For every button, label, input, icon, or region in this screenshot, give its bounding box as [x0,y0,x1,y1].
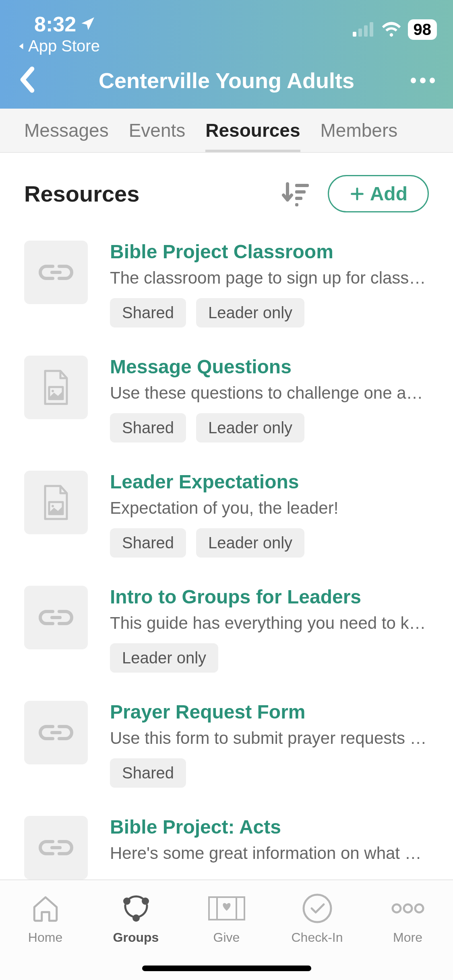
svg-point-16 [132,914,140,922]
resource-item[interactable]: Message QuestionsUse these questions to … [24,342,429,457]
resource-tag: Leader only [196,298,304,327]
tag-row: Leader only [110,643,429,673]
nav-home[interactable]: Home [0,892,91,945]
tag-row: SharedLeader only [110,413,429,443]
svg-point-21 [393,904,401,912]
tab-messages[interactable]: Messages [24,109,109,152]
status-bar: 8:32 App Store 98 [0,0,453,52]
resource-body: Bible Project ClassroomThe classroom pag… [110,241,429,327]
nav-checkin[interactable]: Check-In [272,892,362,945]
more-icon [391,892,425,924]
tab-events[interactable]: Events [129,109,186,152]
home-icon [31,892,60,924]
resource-body: Message QuestionsUse these questions to … [110,356,429,443]
svg-rect-1 [358,29,362,37]
resource-description: Use these questions to challenge one ano… [110,383,429,403]
svg-rect-3 [370,22,373,37]
svg-rect-18 [209,897,217,920]
tag-row: Shared [110,758,429,788]
nav-more[interactable]: More [362,892,453,945]
groups-icon [118,892,154,924]
link-icon [24,701,88,764]
cell-signal-icon [353,21,375,38]
back-to-app-store[interactable]: App Store [16,37,100,55]
resource-tag: Leader only [196,413,304,443]
resource-body: Intro to Groups for LeadersThis guide ha… [110,586,429,673]
nav-give[interactable]: Give [181,892,272,945]
svg-point-13 [52,505,54,507]
resource-item[interactable]: Intro to Groups for LeadersThis guide ha… [24,572,429,687]
nav-label: More [393,930,422,945]
nav-groups[interactable]: Groups [91,892,181,945]
svg-rect-2 [364,25,368,37]
resource-title: Bible Project: Acts [110,816,429,838]
svg-point-23 [415,904,423,912]
resource-item[interactable]: Prayer Request FormUse this form to subm… [24,687,429,802]
tab-members[interactable]: Members [321,109,398,152]
resources-section-header: Resources Add [0,153,453,226]
section-title: Resources [24,181,139,207]
resource-body: Prayer Request FormUse this form to subm… [110,701,429,788]
chevron-left-icon [18,66,37,94]
status-time: 8:32 [34,12,76,36]
file-image-icon [24,356,88,419]
resource-tag: Shared [110,298,186,327]
link-icon [24,586,88,649]
checkin-icon [301,892,333,924]
resource-item[interactable]: Bible Project ClassroomThe classroom pag… [24,226,429,342]
resource-tag: Shared [110,758,186,788]
more-options-button[interactable] [411,78,435,83]
svg-rect-5 [295,190,306,194]
sort-icon [281,181,310,206]
back-app-label: App Store [28,37,100,55]
add-button-label: Add [370,183,407,205]
triangle-left-icon [16,40,28,52]
resource-description: Expectation of you, the leader! [110,498,429,518]
wifi-icon [381,21,402,38]
add-resource-button[interactable]: Add [328,175,429,212]
resource-tag: Leader only [110,643,218,673]
resource-body: Bible Project: ActsHere's some great inf… [110,816,429,879]
file-image-icon [24,471,88,534]
header-bar: Centerville Young Adults [0,52,453,109]
battery-level: 98 [408,19,437,40]
give-icon [207,892,246,924]
resource-description: The classroom page to sign up for classe… [110,268,429,288]
resource-title: Leader Expectations [110,471,429,493]
resource-title: Bible Project Classroom [110,241,429,263]
link-icon [24,241,88,304]
resource-body: Leader ExpectationsExpectation of you, t… [110,471,429,558]
resource-tag: Leader only [196,528,304,558]
svg-rect-0 [353,32,356,37]
resource-tag: Shared [110,413,186,443]
tag-row: SharedLeader only [110,298,429,327]
svg-point-22 [404,904,412,912]
resource-item[interactable]: Leader ExpectationsExpectation of you, t… [24,457,429,572]
resource-title: Intro to Groups for Leaders [110,586,429,608]
resource-list: Bible Project ClassroomThe classroom pag… [0,226,453,894]
svg-rect-6 [295,197,302,200]
resource-description: This guide has everything you need to kn… [110,614,429,633]
tab-resources[interactable]: Resources [205,109,300,152]
bottom-nav: Home Groups Give Check-In More [0,879,453,980]
svg-rect-4 [295,184,309,187]
tag-row: SharedLeader only [110,528,429,558]
svg-point-20 [304,895,331,922]
resource-title: Message Questions [110,356,429,378]
resource-description: Here's some great information on what we… [110,844,429,863]
link-icon [24,816,88,879]
nav-label: Check-In [291,930,343,945]
back-button[interactable] [18,66,42,95]
home-indicator[interactable] [142,966,311,971]
header-title: Centerville Young Adults [42,68,411,93]
location-arrow-icon [80,12,96,36]
svg-rect-19 [236,897,244,920]
sort-button[interactable] [281,181,310,206]
nav-label: Home [28,930,62,945]
nav-label: Give [213,930,240,945]
resource-title: Prayer Request Form [110,701,429,723]
resource-description: Use this form to submit prayer requests … [110,729,429,748]
resource-tag: Shared [110,528,186,558]
nav-label: Groups [113,930,159,945]
plus-icon [349,186,365,202]
